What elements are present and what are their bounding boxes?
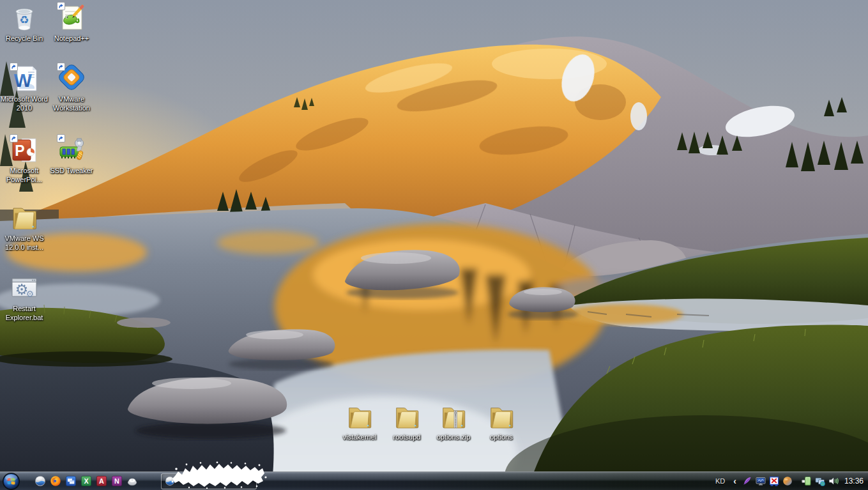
volume-icon[interactable] xyxy=(828,476,839,486)
system-tray: KD ‹ xyxy=(715,476,868,486)
access-icon: A xyxy=(96,475,107,487)
quick-launch-sphere-app[interactable] xyxy=(34,475,46,487)
word-icon: W xyxy=(9,63,40,94)
shortcut-arrow-icon xyxy=(57,2,88,33)
quick-launch-access[interactable]: A xyxy=(96,475,107,487)
quick-launch-firefox[interactable] xyxy=(50,475,61,487)
zip-folder-icon xyxy=(439,402,468,432)
icon-label: options xyxy=(478,433,524,441)
taskbar: X A N xyxy=(0,471,868,490)
language-indicator[interactable]: KD xyxy=(715,477,725,485)
quick-launch-mouse-utility[interactable] xyxy=(126,475,138,487)
icon-label: VMware Workstation xyxy=(48,95,95,113)
folder-icon xyxy=(345,402,374,432)
tray-expand-chevron[interactable]: ‹ xyxy=(733,477,736,486)
shortcut-arrow-icon xyxy=(10,134,40,165)
icon-label: vistakernel xyxy=(337,433,383,441)
folder-icon xyxy=(487,402,516,432)
taskbar-clock[interactable]: 13:36 xyxy=(844,477,864,486)
desktop-icon-vmware-ws-folder[interactable]: VMware WS 12.0.0 inst... xyxy=(1,203,48,252)
quick-launch-cascade-windows[interactable] xyxy=(65,475,77,487)
icon-label: Microsoft Word 2010 xyxy=(1,95,48,113)
icon-label: Notepad++ xyxy=(48,34,95,43)
sphere-app-icon xyxy=(34,475,46,487)
icon-label: rootsupd xyxy=(384,433,430,441)
icon-label: Restart Explorer.bat xyxy=(1,305,48,323)
planet-icon[interactable] xyxy=(782,476,793,486)
taskbar-window-button[interactable] xyxy=(161,473,257,489)
recycle-bin-icon: ♻ xyxy=(9,3,40,33)
quick-launch-excel[interactable]: X xyxy=(80,475,92,487)
desktop-icon-recycle-bin[interactable]: ♻ Recycle Bin xyxy=(1,3,48,43)
icon-label: Recycle Bin xyxy=(1,34,48,43)
quick-launch-onenote[interactable]: N xyxy=(111,475,123,487)
desktop-folder-options[interactable]: options xyxy=(478,402,524,441)
desktop-folder-options-zip[interactable]: options.zip xyxy=(430,402,476,441)
folder-icon xyxy=(392,402,422,432)
desktop-icon-powerpoint[interactable]: P Microsoft PowerPoi... xyxy=(1,135,48,185)
red-x-icon[interactable] xyxy=(769,476,779,486)
folder-icon xyxy=(9,203,40,233)
desktop-folder-vistakernel[interactable]: vistakernel xyxy=(337,402,383,441)
firefox-icon xyxy=(50,475,61,487)
network-icon[interactable] xyxy=(815,476,825,486)
desktop-icon-ssd-tweaker[interactable]: SSD Tweaker xyxy=(48,135,95,176)
icon-label: VMware WS 12.0.0 inst... xyxy=(1,234,48,252)
svg-text:♻: ♻ xyxy=(19,14,29,26)
svg-text:X: X xyxy=(84,477,89,485)
desktop-icon-vmware-workstation[interactable]: VMware Workstation xyxy=(48,63,95,113)
desktop-icon-word[interactable]: W Microsoft Word 2010 xyxy=(1,63,48,113)
sphere-app-icon xyxy=(165,476,175,486)
icon-label: options.zip xyxy=(430,433,476,441)
svg-text:N: N xyxy=(114,477,119,485)
mouse-utility-icon xyxy=(126,475,138,487)
notepad-plus-plus-icon xyxy=(56,3,87,33)
vmware-icon xyxy=(56,63,87,94)
quick-launch-bar: X A N xyxy=(34,475,138,487)
icon-label: SSD Tweaker xyxy=(48,167,95,176)
icon-label: Microsoft PowerPoi... xyxy=(1,167,48,185)
onenote-icon: N xyxy=(111,475,123,487)
quill-icon[interactable] xyxy=(742,476,752,486)
desktop-icon-notepad-plus-plus[interactable]: Notepad++ xyxy=(48,3,95,43)
shortcut-arrow-icon xyxy=(10,63,40,93)
batch-file-icon: ⚙ ⚙ xyxy=(9,273,40,303)
start-button[interactable] xyxy=(2,472,20,490)
excel-icon: X xyxy=(80,475,92,487)
ssd-tweaker-icon xyxy=(56,135,87,165)
shortcut-arrow-icon xyxy=(57,134,88,165)
desktop-folder-rootsupd[interactable]: rootsupd xyxy=(384,402,430,441)
desktop: ♻ Recycle Bin Notepad++ xyxy=(0,0,868,490)
removable-device-icon[interactable] xyxy=(802,476,812,486)
svg-text:A: A xyxy=(99,477,104,485)
cascade-windows-icon xyxy=(65,475,77,487)
remote-display-icon[interactable] xyxy=(756,476,766,486)
desktop-icon-restart-explorer-bat[interactable]: ⚙ ⚙ Restart Explorer.bat xyxy=(1,273,48,323)
powerpoint-icon: P xyxy=(9,135,40,165)
shortcut-arrow-icon xyxy=(57,63,88,93)
svg-text:⚙: ⚙ xyxy=(26,289,34,299)
